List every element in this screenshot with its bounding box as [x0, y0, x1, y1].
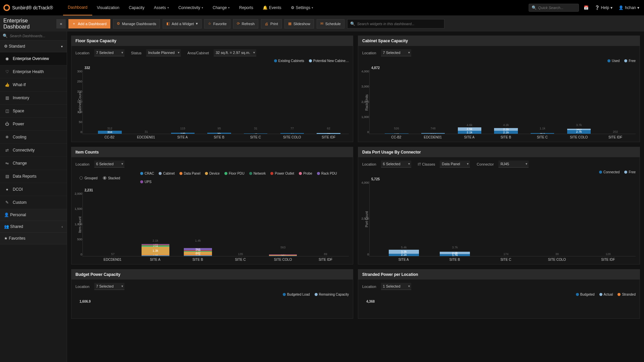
location-select[interactable]: 6 Selected — [94, 161, 124, 168]
sidebar-item-custom[interactable]: ✎Custom — [0, 196, 67, 209]
calendar-icon[interactable]: 📅 — [582, 4, 590, 11]
bar-stack: 1.7k2.0k — [440, 249, 470, 256]
bar-total: 202 — [613, 130, 618, 133]
nav-capacity[interactable]: Capacity — [124, 0, 149, 15]
bar-stack: 46 — [317, 130, 340, 134]
manage-dashboards-button[interactable]: ⚙Manage Dashboards — [113, 19, 160, 28]
legend-item: Network — [249, 172, 266, 175]
bar-total: 77 — [290, 127, 294, 130]
bar-group: 2.1k1381.3k224145 — [136, 193, 175, 256]
nav-reports[interactable]: Reports — [234, 0, 258, 15]
schedule-button[interactable]: ✉Schedule — [317, 19, 344, 28]
sidebar-head-favorites[interactable]: ★ Favorites — [0, 233, 67, 244]
bar-stack: 77 — [280, 130, 304, 134]
area-cabinet-select[interactable]: 32 sq.ft. = 2.97 sq.m. — [214, 49, 256, 56]
favorite-button[interactable]: ☆Favorite — [204, 19, 230, 28]
y-max: 1,606.9 — [77, 300, 349, 303]
sidebar-item-inventory[interactable]: ▥Inventory — [0, 92, 67, 105]
sidebar-item-connectivity[interactable]: ⇄Connectivity — [0, 144, 67, 157]
bar-total: 31 — [254, 127, 257, 130]
sidebar-search[interactable]: 🔍 — [0, 32, 67, 41]
sidebar-item-enterprise-overview[interactable]: ◉Enterprise Overview — [0, 52, 67, 65]
add-widget-button[interactable]: ◧Add a Widget ▾ — [163, 19, 202, 28]
bar-total: 748 — [431, 127, 436, 130]
y-max: 5,725 — [369, 177, 636, 181]
location-select[interactable]: 7 Selected — [94, 283, 124, 290]
connector-select[interactable]: RJ45 — [498, 161, 529, 168]
sidebar-icon: ✎ — [5, 200, 9, 205]
sidebar-search-input[interactable] — [10, 34, 64, 38]
gear-icon: ⚙ — [291, 5, 294, 10]
print-button[interactable]: 🖨Print — [261, 19, 282, 28]
bar-group: 3126 — [239, 71, 273, 134]
users-icon: 👥 — [4, 224, 9, 229]
sidebar-item-data-reports[interactable]: ▤Data Reports — [0, 170, 67, 183]
sidebar-head-standard[interactable]: ⚙ Standard▾ — [0, 41, 67, 52]
brand-logo: Sunbird® dcTrack® — [3, 4, 53, 11]
collapse-sidebar-button[interactable]: « — [56, 19, 66, 28]
bar-group: 7777 — [275, 71, 309, 134]
bar-group: 3.7k2.7k960 — [562, 71, 596, 134]
bar-group: 312304 — [93, 71, 127, 134]
chart-area: Cabinet Count332300250200150100500312304… — [71, 65, 353, 142]
nav-dashboard[interactable]: Dashboard — [63, 0, 92, 15]
x-label: SITE IDF — [598, 135, 632, 139]
radio-group: GroupedStacked — [75, 176, 120, 180]
bar-stack: 2.1k2.1k — [494, 127, 518, 134]
location-select[interactable]: 1 Selected — [381, 283, 411, 290]
bar-total: 128 — [605, 252, 610, 256]
legend-item: Free — [624, 170, 636, 174]
nav-settings[interactable]: ⚙ Settings ▾ — [286, 0, 318, 15]
nav-connectivity[interactable]: Connectivity ▾ — [174, 0, 208, 15]
sidebar-head-personal[interactable]: 👤 Personal — [0, 209, 67, 221]
bar-total: 2.1k — [153, 239, 158, 242]
bar-segment: 2.1k — [494, 131, 518, 134]
sidebar-item-what-if[interactable]: 👍What-If — [0, 78, 67, 92]
widget-search[interactable]: 🔍 — [347, 19, 444, 28]
nav-change[interactable]: Change ▾ — [208, 0, 234, 15]
radio-stacked[interactable]: Stacked — [103, 176, 120, 180]
legend-item: UPS — [140, 180, 152, 184]
sidebar-item-dcoi[interactable]: ●DCOI — [0, 183, 67, 196]
location-select[interactable]: 6 Selected — [381, 161, 411, 168]
refresh-button[interactable]: ⟳Refresh — [233, 19, 259, 28]
sliders-icon: ⚙ — [4, 44, 8, 49]
help-menu[interactable]: ❔ Help ▾ — [593, 4, 614, 11]
widget-search-input[interactable] — [357, 22, 441, 26]
bar-group: 128 — [584, 182, 632, 256]
sidebar-item-power[interactable]: ⏻Power — [0, 118, 67, 131]
add-dashboard-button[interactable]: ＋Add a Dashboard — [68, 19, 110, 28]
status-select[interactable]: Include Planned — [146, 49, 181, 56]
y-ticks: 2,0001,5001,0005000 — [73, 192, 82, 256]
quick-search-input[interactable] — [538, 6, 576, 10]
chart-area: 1,606.9 — [71, 298, 353, 318]
radio-grouped[interactable]: Grouped — [79, 176, 98, 180]
legend-item: Potential New Cabine… — [309, 59, 349, 63]
bar-group: 135 — [220, 193, 260, 256]
x-label: SITE A — [135, 258, 175, 261]
quick-search[interactable]: 🔍 — [529, 4, 579, 12]
sidebar-icon: ▤ — [5, 174, 9, 179]
location-select[interactable]: 7 Selected — [381, 49, 411, 56]
widget-items: Item CountsLocation6 SelectedGroupedStac… — [71, 147, 353, 264]
nav-assets[interactable]: Assets ▾ — [149, 0, 174, 15]
bar-total: 174 — [503, 252, 508, 256]
chevron-down-icon: ▾ — [61, 45, 63, 48]
slideshow-button[interactable]: ▦Slideshow — [284, 19, 314, 28]
sidebar-item-cooling[interactable]: ❄Cooling — [0, 131, 67, 144]
legend-item: CRAC — [140, 172, 154, 175]
it-classes-select[interactable]: Data Panel — [440, 161, 470, 168]
nav-visualization[interactable]: Visualization — [92, 0, 124, 15]
sidebar-item-enterprise-health[interactable]: ♡Enterprise Health — [0, 65, 67, 78]
x-labels: CC-B2EDCDEN01SITE ASITE BSITE CSITE COLO… — [369, 134, 636, 139]
sidebar-item-change[interactable]: ⇋Change — [0, 157, 67, 170]
y-ticks: 4,0003,0002,0001,0000 — [360, 70, 369, 134]
location-select[interactable]: 7 Selected — [94, 49, 124, 56]
sidebar-item-space[interactable]: ◫Space — [0, 105, 67, 118]
legend-item: Rack PDU — [317, 172, 337, 175]
bar-segment: 903 — [531, 133, 554, 134]
nav-events[interactable]: 🔔 Events — [258, 0, 286, 15]
user-menu[interactable]: 👤 hchan ▾ — [617, 4, 641, 11]
sidebar-head-shared[interactable]: 👥 Shared‹ — [0, 221, 67, 233]
bar-total: 135 — [238, 252, 243, 256]
